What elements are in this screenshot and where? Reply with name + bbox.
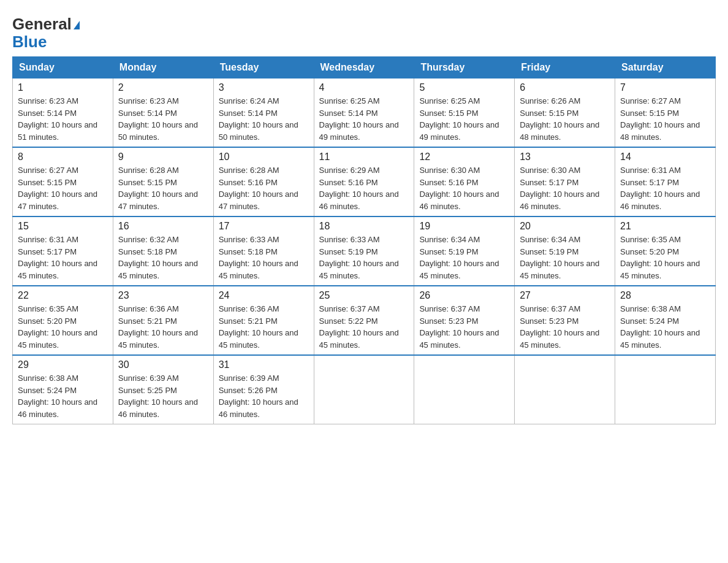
header-saturday: Saturday xyxy=(615,57,716,79)
calendar-cell: 7 Sunrise: 6:27 AM Sunset: 5:15 PM Dayli… xyxy=(615,79,716,148)
week-row-2: 8 Sunrise: 6:27 AM Sunset: 5:15 PM Dayli… xyxy=(13,147,716,216)
day-info: Sunrise: 6:38 AM Sunset: 5:24 PM Dayligh… xyxy=(620,303,710,351)
day-info: Sunrise: 6:29 AM Sunset: 5:16 PM Dayligh… xyxy=(319,164,409,212)
day-number: 19 xyxy=(419,221,509,232)
day-info: Sunrise: 6:36 AM Sunset: 5:21 PM Dayligh… xyxy=(118,303,208,351)
day-number: 28 xyxy=(620,290,710,301)
day-number: 7 xyxy=(620,82,710,93)
day-info: Sunrise: 6:31 AM Sunset: 5:17 PM Dayligh… xyxy=(620,164,710,212)
header-wednesday: Wednesday xyxy=(314,57,414,79)
calendar-cell: 25 Sunrise: 6:37 AM Sunset: 5:22 PM Dayl… xyxy=(314,286,414,355)
day-info: Sunrise: 6:27 AM Sunset: 5:15 PM Dayligh… xyxy=(620,95,710,143)
calendar-cell: 26 Sunrise: 6:37 AM Sunset: 5:23 PM Dayl… xyxy=(414,286,515,355)
week-row-5: 29 Sunrise: 6:38 AM Sunset: 5:24 PM Dayl… xyxy=(13,355,716,424)
logo-triangle-icon xyxy=(74,21,80,29)
logo-general-text: General xyxy=(12,15,72,33)
calendar-cell: 22 Sunrise: 6:35 AM Sunset: 5:20 PM Dayl… xyxy=(13,286,113,355)
day-number: 20 xyxy=(520,221,610,232)
calendar-cell: 29 Sunrise: 6:38 AM Sunset: 5:24 PM Dayl… xyxy=(13,355,113,424)
day-info: Sunrise: 6:34 AM Sunset: 5:19 PM Dayligh… xyxy=(419,234,509,282)
day-info: Sunrise: 6:30 AM Sunset: 5:17 PM Dayligh… xyxy=(520,164,610,212)
calendar-cell: 20 Sunrise: 6:34 AM Sunset: 5:19 PM Dayl… xyxy=(515,216,615,286)
day-number: 12 xyxy=(419,151,509,163)
day-info: Sunrise: 6:37 AM Sunset: 5:23 PM Dayligh… xyxy=(520,303,610,351)
calendar-cell xyxy=(314,355,414,424)
calendar-cell xyxy=(414,355,515,424)
day-number: 24 xyxy=(219,290,309,301)
day-number: 1 xyxy=(18,82,108,93)
day-number: 25 xyxy=(319,290,409,301)
calendar-cell: 17 Sunrise: 6:33 AM Sunset: 5:18 PM Dayl… xyxy=(213,216,314,286)
day-number: 18 xyxy=(319,221,409,232)
calendar-cell: 9 Sunrise: 6:28 AM Sunset: 5:15 PM Dayli… xyxy=(113,147,213,216)
day-number: 10 xyxy=(219,151,309,163)
logo-blue-text: Blue xyxy=(12,33,80,51)
day-number: 21 xyxy=(620,221,710,232)
day-number: 13 xyxy=(520,151,610,163)
calendar-cell: 6 Sunrise: 6:26 AM Sunset: 5:15 PM Dayli… xyxy=(515,79,615,148)
logo: General Blue xyxy=(12,15,80,50)
day-number: 16 xyxy=(118,221,208,232)
day-number: 23 xyxy=(118,290,208,301)
day-number: 22 xyxy=(18,290,108,301)
day-info: Sunrise: 6:32 AM Sunset: 5:18 PM Dayligh… xyxy=(118,234,208,282)
header-thursday: Thursday xyxy=(414,57,515,79)
calendar-cell: 19 Sunrise: 6:34 AM Sunset: 5:19 PM Dayl… xyxy=(414,216,515,286)
day-info: Sunrise: 6:37 AM Sunset: 5:22 PM Dayligh… xyxy=(319,303,409,351)
day-info: Sunrise: 6:24 AM Sunset: 5:14 PM Dayligh… xyxy=(219,95,309,143)
calendar-cell: 30 Sunrise: 6:39 AM Sunset: 5:25 PM Dayl… xyxy=(113,355,213,424)
day-number: 6 xyxy=(520,82,610,93)
day-number: 14 xyxy=(620,151,710,163)
day-number: 15 xyxy=(18,221,108,232)
calendar-cell: 10 Sunrise: 6:28 AM Sunset: 5:16 PM Dayl… xyxy=(213,147,314,216)
calendar-cell: 11 Sunrise: 6:29 AM Sunset: 5:16 PM Dayl… xyxy=(314,147,414,216)
calendar-cell: 3 Sunrise: 6:24 AM Sunset: 5:14 PM Dayli… xyxy=(213,79,314,148)
calendar-cell: 18 Sunrise: 6:33 AM Sunset: 5:19 PM Dayl… xyxy=(314,216,414,286)
calendar-cell: 1 Sunrise: 6:23 AM Sunset: 5:14 PM Dayli… xyxy=(13,79,113,148)
day-info: Sunrise: 6:39 AM Sunset: 5:25 PM Dayligh… xyxy=(118,372,208,420)
day-number: 4 xyxy=(319,82,409,93)
day-info: Sunrise: 6:34 AM Sunset: 5:19 PM Dayligh… xyxy=(520,234,610,282)
day-info: Sunrise: 6:31 AM Sunset: 5:17 PM Dayligh… xyxy=(18,234,108,282)
day-number: 31 xyxy=(219,359,309,370)
calendar-cell: 23 Sunrise: 6:36 AM Sunset: 5:21 PM Dayl… xyxy=(113,286,213,355)
day-number: 26 xyxy=(419,290,509,301)
calendar-cell: 21 Sunrise: 6:35 AM Sunset: 5:20 PM Dayl… xyxy=(615,216,716,286)
day-number: 8 xyxy=(18,151,108,163)
calendar-cell: 27 Sunrise: 6:37 AM Sunset: 5:23 PM Dayl… xyxy=(515,286,615,355)
day-info: Sunrise: 6:38 AM Sunset: 5:24 PM Dayligh… xyxy=(18,372,108,420)
calendar-cell xyxy=(515,355,615,424)
calendar-cell: 4 Sunrise: 6:25 AM Sunset: 5:14 PM Dayli… xyxy=(314,79,414,148)
day-number: 11 xyxy=(319,151,409,163)
day-info: Sunrise: 6:35 AM Sunset: 5:20 PM Dayligh… xyxy=(18,303,108,351)
week-row-3: 15 Sunrise: 6:31 AM Sunset: 5:17 PM Dayl… xyxy=(13,216,716,286)
calendar-cell: 16 Sunrise: 6:32 AM Sunset: 5:18 PM Dayl… xyxy=(113,216,213,286)
calendar-cell: 24 Sunrise: 6:36 AM Sunset: 5:21 PM Dayl… xyxy=(213,286,314,355)
week-row-4: 22 Sunrise: 6:35 AM Sunset: 5:20 PM Dayl… xyxy=(13,286,716,355)
day-info: Sunrise: 6:23 AM Sunset: 5:14 PM Dayligh… xyxy=(118,95,208,143)
header-monday: Monday xyxy=(113,57,213,79)
day-info: Sunrise: 6:30 AM Sunset: 5:16 PM Dayligh… xyxy=(419,164,509,212)
day-info: Sunrise: 6:33 AM Sunset: 5:18 PM Dayligh… xyxy=(219,234,309,282)
weekday-header-row: SundayMondayTuesdayWednesdayThursdayFrid… xyxy=(13,57,716,79)
calendar-cell: 2 Sunrise: 6:23 AM Sunset: 5:14 PM Dayli… xyxy=(113,79,213,148)
day-info: Sunrise: 6:37 AM Sunset: 5:23 PM Dayligh… xyxy=(419,303,509,351)
day-info: Sunrise: 6:39 AM Sunset: 5:26 PM Dayligh… xyxy=(219,372,309,420)
day-number: 2 xyxy=(118,82,208,93)
day-info: Sunrise: 6:23 AM Sunset: 5:14 PM Dayligh… xyxy=(18,95,108,143)
day-info: Sunrise: 6:27 AM Sunset: 5:15 PM Dayligh… xyxy=(18,164,108,212)
day-info: Sunrise: 6:35 AM Sunset: 5:20 PM Dayligh… xyxy=(620,234,710,282)
day-number: 30 xyxy=(118,359,208,370)
calendar-table: SundayMondayTuesdayWednesdayThursdayFrid… xyxy=(12,56,716,424)
week-row-1: 1 Sunrise: 6:23 AM Sunset: 5:14 PM Dayli… xyxy=(13,79,716,148)
day-number: 5 xyxy=(419,82,509,93)
day-number: 17 xyxy=(219,221,309,232)
day-info: Sunrise: 6:26 AM Sunset: 5:15 PM Dayligh… xyxy=(520,95,610,143)
day-info: Sunrise: 6:25 AM Sunset: 5:14 PM Dayligh… xyxy=(319,95,409,143)
day-info: Sunrise: 6:28 AM Sunset: 5:15 PM Dayligh… xyxy=(118,164,208,212)
calendar-cell: 31 Sunrise: 6:39 AM Sunset: 5:26 PM Dayl… xyxy=(213,355,314,424)
day-number: 29 xyxy=(18,359,108,370)
day-number: 27 xyxy=(520,290,610,301)
day-number: 3 xyxy=(219,82,309,93)
day-number: 9 xyxy=(118,151,208,163)
